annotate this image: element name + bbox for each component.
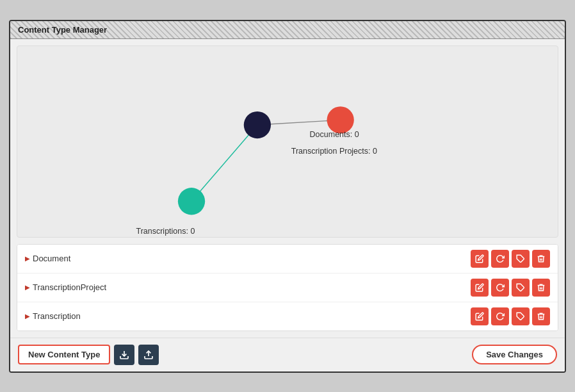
graph-svg: Transcription Projects: 0 Documents: 0 T… bbox=[17, 46, 558, 237]
content-type-label: ▶ TranscriptionProject bbox=[25, 282, 106, 292]
tag-button[interactable] bbox=[512, 279, 530, 297]
footer: New Content Type Save Changes bbox=[10, 338, 565, 372]
delete-button[interactable] bbox=[532, 279, 550, 297]
edge-proj-trans bbox=[191, 125, 257, 201]
export-button[interactable] bbox=[138, 345, 159, 365]
label-trans: Transcriptions: 0 bbox=[136, 227, 195, 236]
refresh-button[interactable] bbox=[491, 307, 509, 325]
node-transcription bbox=[178, 188, 205, 215]
content-type-name: Transcription bbox=[33, 311, 81, 321]
edit-button[interactable] bbox=[471, 279, 489, 297]
content-type-name: TranscriptionProject bbox=[33, 282, 106, 292]
import-button[interactable] bbox=[114, 345, 134, 365]
content-type-label: ▶ Document bbox=[25, 254, 70, 263]
row-actions bbox=[471, 279, 550, 297]
content-types-list: ▶ Document bbox=[17, 244, 558, 331]
footer-left: New Content Type bbox=[18, 345, 159, 365]
expand-arrow: ▶ bbox=[25, 313, 30, 320]
window-title: Content Type Manager bbox=[18, 25, 107, 35]
app-window: Content Type Manager Transcription Proje… bbox=[9, 20, 566, 373]
table-row: ▶ TranscriptionProject bbox=[17, 274, 558, 302]
label-proj: Transcription Projects: 0 bbox=[291, 147, 377, 156]
save-changes-button[interactable]: Save Changes bbox=[472, 345, 557, 364]
row-actions bbox=[471, 250, 550, 268]
delete-button[interactable] bbox=[532, 250, 550, 268]
title-bar: Content Type Manager bbox=[10, 21, 565, 39]
main-content: Transcription Projects: 0 Documents: 0 T… bbox=[10, 39, 565, 338]
node-document bbox=[327, 106, 354, 133]
content-type-label: ▶ Transcription bbox=[25, 311, 81, 321]
tag-button[interactable] bbox=[512, 307, 530, 325]
table-row: ▶ Document bbox=[17, 245, 558, 274]
graph-area: Transcription Projects: 0 Documents: 0 T… bbox=[17, 45, 558, 238]
refresh-button[interactable] bbox=[491, 279, 509, 297]
tag-button[interactable] bbox=[512, 250, 530, 268]
expand-arrow: ▶ bbox=[25, 284, 30, 291]
label-doc: Documents: 0 bbox=[310, 130, 359, 139]
edit-button[interactable] bbox=[471, 307, 489, 325]
row-actions bbox=[471, 307, 550, 325]
new-content-type-button[interactable]: New Content Type bbox=[18, 345, 110, 364]
table-row: ▶ Transcription bbox=[17, 302, 558, 331]
expand-arrow: ▶ bbox=[25, 255, 30, 262]
refresh-button[interactable] bbox=[491, 250, 509, 268]
edit-button[interactable] bbox=[471, 250, 489, 268]
node-transcription-project bbox=[244, 111, 271, 138]
delete-button[interactable] bbox=[532, 307, 550, 325]
content-type-name: Document bbox=[33, 254, 70, 263]
